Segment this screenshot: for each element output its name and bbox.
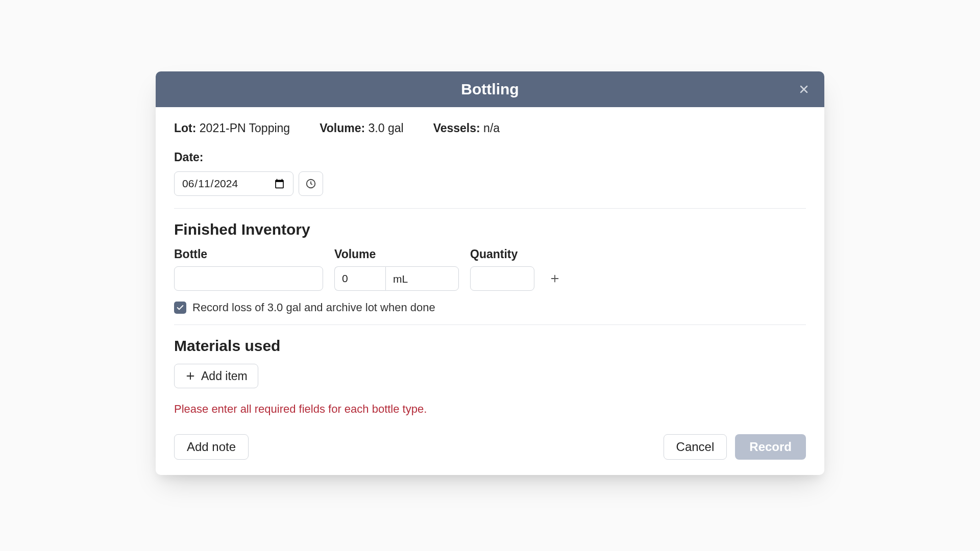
bottle-select[interactable] bbox=[174, 266, 323, 291]
record-loss-checkbox[interactable] bbox=[174, 302, 186, 314]
modal-body: Lot: 2021-PN Topping Volume: 3.0 gal Ves… bbox=[156, 107, 824, 475]
footer-row: Add note Cancel Record bbox=[174, 434, 806, 460]
vessels-label: Vessels: bbox=[433, 121, 480, 135]
volume-group: mL bbox=[334, 266, 459, 291]
volume-unit-select[interactable]: mL bbox=[385, 266, 459, 291]
clock-icon bbox=[305, 178, 316, 189]
close-button[interactable] bbox=[798, 83, 810, 95]
time-button[interactable] bbox=[299, 171, 323, 196]
record-label: Record bbox=[749, 440, 792, 454]
vessels-value: n/a bbox=[483, 121, 500, 135]
modal-title: Bottling bbox=[461, 81, 519, 98]
quantity-input[interactable] bbox=[470, 266, 534, 291]
cancel-label: Cancel bbox=[676, 440, 715, 454]
check-icon bbox=[176, 304, 184, 312]
modal-header: Bottling bbox=[156, 71, 824, 107]
close-icon bbox=[798, 83, 810, 95]
bottle-column: Bottle bbox=[174, 247, 323, 291]
finished-inventory-title: Finished Inventory bbox=[174, 221, 806, 238]
volume-info-label: Volume: bbox=[320, 121, 365, 135]
quantity-label: Quantity bbox=[470, 247, 534, 261]
divider bbox=[174, 208, 806, 209]
vessels-info: Vessels: n/a bbox=[433, 121, 500, 135]
lot-value: 2021-PN Topping bbox=[200, 121, 290, 135]
plus-icon bbox=[549, 273, 560, 284]
volume-input[interactable] bbox=[334, 266, 385, 291]
add-note-button[interactable]: Add note bbox=[174, 434, 249, 460]
plus-icon bbox=[185, 370, 196, 382]
lot-label: Lot: bbox=[174, 121, 196, 135]
record-loss-row: Record loss of 3.0 gal and archive lot w… bbox=[174, 301, 806, 314]
add-note-label: Add note bbox=[187, 440, 236, 454]
volume-column: Volume mL bbox=[334, 247, 459, 291]
add-item-button[interactable]: Add item bbox=[174, 364, 258, 388]
date-row bbox=[174, 171, 806, 196]
add-inventory-row-button[interactable] bbox=[543, 266, 567, 291]
bottling-modal: Bottling Lot: 2021-PN Topping Volume: 3.… bbox=[156, 71, 824, 475]
date-label: Date: bbox=[174, 151, 806, 164]
lot-info: Lot: 2021-PN Topping bbox=[174, 121, 290, 135]
volume-label: Volume bbox=[334, 247, 459, 261]
cancel-button[interactable]: Cancel bbox=[664, 434, 727, 460]
volume-info-value: 3.0 gal bbox=[369, 121, 404, 135]
add-item-label: Add item bbox=[201, 369, 248, 383]
info-row: Lot: 2021-PN Topping Volume: 3.0 gal Ves… bbox=[174, 121, 806, 135]
divider-2 bbox=[174, 324, 806, 325]
record-button[interactable]: Record bbox=[735, 434, 806, 460]
date-input[interactable] bbox=[174, 171, 293, 196]
footer-right: Cancel Record bbox=[664, 434, 806, 460]
materials-used-title: Materials used bbox=[174, 337, 806, 355]
validation-message: Please enter all required fields for eac… bbox=[174, 403, 806, 416]
date-section: Date: bbox=[174, 151, 806, 196]
bottle-label: Bottle bbox=[174, 247, 323, 261]
quantity-column: Quantity bbox=[470, 247, 534, 291]
volume-info: Volume: 3.0 gal bbox=[320, 121, 403, 135]
record-loss-label: Record loss of 3.0 gal and archive lot w… bbox=[192, 301, 435, 314]
inventory-row: Bottle Volume mL Quantity bbox=[174, 247, 806, 291]
